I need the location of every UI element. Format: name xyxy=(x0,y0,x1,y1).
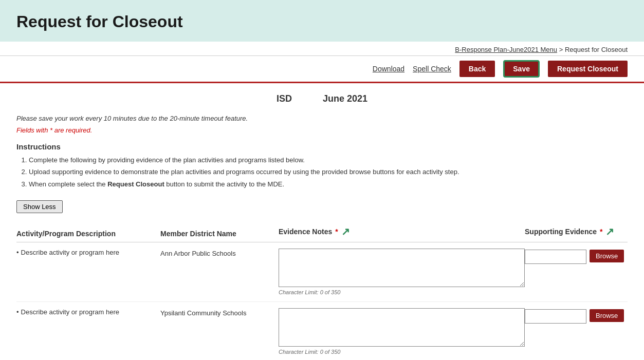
table-container: Activity/Program Description Member Dist… xyxy=(16,221,628,360)
evidence-col-2: Character Limit: 0 of 350 xyxy=(279,308,525,355)
save-button[interactable]: Save xyxy=(503,60,540,78)
request-closeout-bold: Request Closeout xyxy=(107,180,164,188)
instructions-title: Instructions xyxy=(16,142,628,151)
col-header-activity: Activity/Program Description xyxy=(16,230,160,238)
spell-check-button[interactable]: Spell Check xyxy=(413,65,451,73)
activity-text-1: Describe activity or program here xyxy=(21,249,119,256)
instruction-item-1: Complete the following by providing evid… xyxy=(29,154,628,166)
evidence-arrow-icon: ↗ xyxy=(341,225,350,238)
breadcrumb: B-Response Plan-June2021 Menu > Request … xyxy=(0,42,644,55)
evidence-col-1: Character Limit: 0 of 350 xyxy=(279,249,525,295)
request-closeout-button[interactable]: Request Closeout xyxy=(548,61,628,77)
supporting-arrow-icon: ↗ xyxy=(605,225,614,238)
bullet-1: • xyxy=(16,249,19,256)
col-header-supporting: Supporting Evidence * ↗ xyxy=(525,225,628,238)
evidence-textarea-1[interactable] xyxy=(279,249,525,287)
table-header-row: Activity/Program Description Member Dist… xyxy=(16,221,628,242)
back-button[interactable]: Back xyxy=(459,61,495,77)
col-header-member: Member District Name xyxy=(160,230,279,238)
show-less-button[interactable]: Show Less xyxy=(16,200,63,213)
col-header-evidence: Evidence Notes * ↗ xyxy=(279,225,525,238)
char-limit-1: Character Limit: 0 of 350 xyxy=(279,289,525,295)
supporting-col-1: Browse xyxy=(525,249,628,264)
breadcrumb-current: Request for Closeout xyxy=(565,46,628,53)
isd-label: ISD xyxy=(277,93,292,104)
main-content: ISD June 2021 Please save your work ever… xyxy=(0,83,644,360)
instruction-item-2: Upload supporting evidence to demonstrat… xyxy=(29,166,628,178)
evidence-label: Evidence Notes xyxy=(279,228,332,236)
browse-button-1[interactable]: Browse xyxy=(590,250,624,262)
supporting-label: Supporting Evidence xyxy=(525,228,597,236)
date-label: June 2021 xyxy=(323,93,367,104)
download-button[interactable]: Download xyxy=(373,65,404,73)
supporting-required-star: * xyxy=(600,228,602,236)
instructions-block: Instructions Complete the following by p… xyxy=(16,142,628,190)
char-limit-2: Character Limit: 0 of 350 xyxy=(279,349,525,355)
browse-button-2[interactable]: Browse xyxy=(590,309,624,322)
supporting-input-2[interactable] xyxy=(525,309,586,324)
breadcrumb-link[interactable]: B-Response Plan-June2021 Menu xyxy=(455,46,557,53)
header-bg: Request for Closeout xyxy=(0,0,644,42)
bullet-2: • xyxy=(16,308,19,316)
member-col-1: Ann Arbor Public Schools xyxy=(160,249,279,257)
activity-col-2: • Describe activity or program here xyxy=(16,308,160,316)
breadcrumb-separator: > xyxy=(559,46,563,53)
supporting-col-2: Browse xyxy=(525,308,628,324)
evidence-required-star: * xyxy=(335,228,338,236)
member-col-2: Ypsilanti Community Schools xyxy=(160,308,279,317)
page-title: Request for Closeout xyxy=(16,12,628,31)
activity-text-2: Describe activity or program here xyxy=(21,308,119,316)
toolbar: Download Spell Check Back Save Request C… xyxy=(0,55,644,83)
table-row: • Describe activity or program here Ann … xyxy=(16,242,628,302)
instruction-item-3: When complete select the Request Closeou… xyxy=(29,178,628,190)
instructions-list: Complete the following by providing evid… xyxy=(16,154,628,190)
evidence-textarea-2[interactable] xyxy=(279,308,525,347)
isd-header: ISD June 2021 xyxy=(16,93,628,104)
supporting-input-1[interactable] xyxy=(525,250,586,264)
activity-col-1: • Describe activity or program here xyxy=(16,249,160,256)
table-row: • Describe activity or program here Ypsi… xyxy=(16,302,628,360)
save-notice: Please save your work every 10 minutes d… xyxy=(16,115,628,122)
required-notice: Fields with * are required. xyxy=(16,126,628,134)
